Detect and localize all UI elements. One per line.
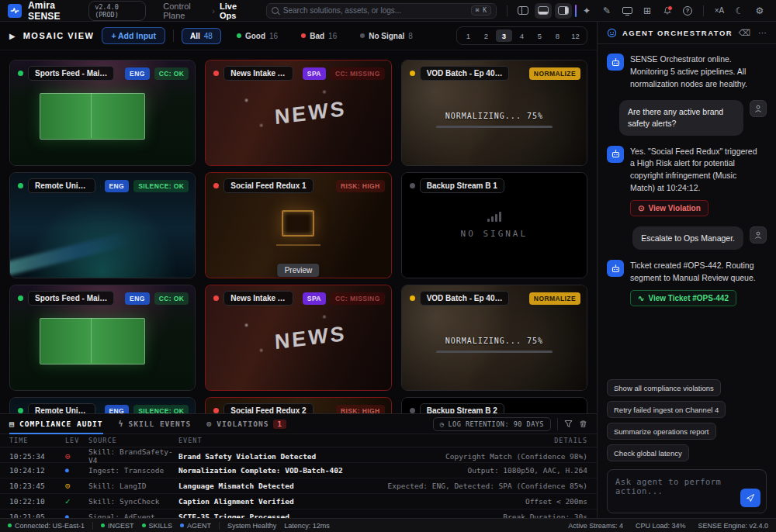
video-tile-vod-2[interactable]: VOD Batch - Ep 40… NORMALIZE NORMALIZING…: [401, 285, 587, 391]
status-bar: Connected: US-East-1 INGEST SKILLS AGENT…: [0, 518, 776, 532]
tile-name: VOD Batch - Ep 40…: [420, 291, 510, 306]
collapse-play-icon[interactable]: ▶: [9, 32, 16, 40]
grid-size-3[interactable]: 3: [496, 29, 512, 42]
filter-funnel-icon[interactable]: [564, 420, 573, 428]
grid-size-8[interactable]: 8: [549, 29, 566, 42]
video-tile-sports-2[interactable]: Sports Feed - Mai… ENG CC: OK: [9, 285, 196, 391]
help-icon[interactable]: ?: [679, 3, 696, 19]
add-input-button[interactable]: + Add Input: [102, 27, 165, 44]
agent-input-box[interactable]: [607, 469, 767, 513]
video-tile-backup-1[interactable]: Backup Stream B 1 NO SIGNAL: [401, 172, 587, 278]
user-avatar: [750, 100, 767, 117]
tab-compliance-audit[interactable]: ▤ COMPLIANCE AUDIT: [9, 414, 103, 434]
filter-good[interactable]: Good 16: [229, 29, 286, 43]
skills-status: SKILLS: [142, 522, 173, 530]
video-tile-vod-1[interactable]: VOD Batch - Ep 40… NORMALIZE NORMALIZING…: [401, 60, 587, 166]
grid-size-12[interactable]: 12: [567, 29, 584, 42]
cpu-load-readout: CPU Load: 34%: [636, 522, 686, 530]
video-tile-social-1[interactable]: Social Feed Redux 1 RISK: HIGH Preview: [205, 172, 391, 278]
video-tile-news-1[interactable]: NEWS News Intake A 1 SPA CC: MISSING: [205, 60, 391, 166]
more-menu-icon[interactable]: ⋯: [758, 28, 767, 38]
ingest-dot-icon: [101, 523, 105, 527]
grid-size-2[interactable]: 2: [478, 29, 494, 42]
bot-message: Ticket created #OPS-442. Routing segment…: [607, 260, 767, 306]
view-ticket-button[interactable]: ∿ View Ticket #OPS-442: [630, 290, 736, 306]
video-tile-sports-1[interactable]: Sports Feed - Mai… ENG CC: OK: [9, 60, 196, 166]
bot-message: SENSE Orchestrator online. Monitoring 5 …: [607, 54, 767, 90]
video-tile-social-2[interactable]: Social Feed Redux 2 RISK: HIGH: [205, 397, 391, 413]
grid-size-4[interactable]: 4: [514, 29, 530, 42]
video-tile-remote-2[interactable]: Remote Unit 4 2 ENG SILENCE: OK: [9, 397, 196, 413]
tile-name: Sports Feed - Mai…: [28, 66, 114, 81]
version-badge: v2.4.0 (PROD): [88, 1, 146, 21]
video-tile-news-2[interactable]: NEWS News Intake A 2 SPA CC: MISSING: [205, 285, 391, 391]
brand-logo-icon: [8, 4, 22, 18]
clear-chat-icon[interactable]: ⌫: [738, 28, 750, 38]
silence-status-badge: SILENCE: OK: [133, 180, 189, 192]
grid-size-5[interactable]: 5: [532, 29, 548, 42]
bot-icon: [607, 28, 617, 38]
signal-bars-icon: [487, 212, 501, 222]
status-dot-bad: [213, 183, 219, 188]
display-icon[interactable]: [618, 3, 636, 19]
filter-all[interactable]: All 48: [182, 28, 221, 44]
global-search[interactable]: ⌘ K: [266, 3, 497, 19]
table-row[interactable]: 10:22:10 ✓ Skill: SyncCheck Caption Alig…: [0, 494, 597, 510]
system-health: System Healthy: [227, 522, 276, 530]
tab-skill-events[interactable]: ϟ SKILL EVENTS: [119, 414, 192, 434]
theme-moon-icon[interactable]: ☾: [731, 3, 748, 19]
tile-name: Social Feed Redux 2: [223, 403, 313, 413]
ai-sparkles-icon[interactable]: ✦: [578, 3, 595, 19]
bot-avatar: [607, 54, 624, 71]
bad-dot-icon: [301, 33, 306, 38]
connected-dot-icon: [8, 523, 12, 527]
chip-show-violations[interactable]: Show all compliance violations: [607, 379, 721, 396]
video-tile-remote-1[interactable]: Remote Unit 4 1 ENG SILENCE: OK: [9, 172, 196, 278]
clock-icon: ◷: [440, 420, 445, 428]
grid-size-1[interactable]: 1: [460, 29, 476, 42]
divider: [219, 522, 220, 530]
edit-icon[interactable]: ✎: [598, 3, 615, 19]
panel-left-icon[interactable]: [514, 3, 532, 19]
view-violation-button[interactable]: ⊙ View Violation: [630, 200, 708, 216]
chip-retry-ingest[interactable]: Retry failed ingest on Channel 4: [607, 401, 726, 418]
risk-badge: RISK: HIGH: [336, 180, 385, 192]
connection-status: Connected: US-East-1: [8, 522, 85, 530]
status-dot-good: [18, 408, 23, 413]
table-row[interactable]: 10:25:34 ⊙ Skill: BrandSafety-V4 Brand S…: [0, 447, 597, 463]
settings-gear-icon[interactable]: ⚙: [751, 3, 768, 19]
chip-summarize-report[interactable]: Summarize operations report: [607, 423, 716, 440]
breadcrumb-separator: ›: [212, 6, 215, 16]
table-row[interactable]: 10:21:05 ● Signal: AdEvent SCTE-35 Trigg…: [0, 510, 597, 518]
activity-icon: ∿: [638, 294, 644, 302]
message-text: Yes. "Social Feed Redux" triggered a Hig…: [630, 146, 760, 195]
risk-badge: RISK: HIGH: [336, 405, 385, 414]
send-button[interactable]: [740, 489, 760, 507]
video-tile-backup-2[interactable]: Backup Stream B 2: [401, 397, 587, 413]
trash-icon[interactable]: [579, 420, 587, 428]
user-avatar: [750, 226, 767, 244]
panel-bottom-icon[interactable]: [535, 3, 552, 19]
apps-grid-icon[interactable]: ⊞: [639, 3, 656, 19]
notifications-bell-icon[interactable]: [659, 3, 676, 19]
silence-status-badge: SILENCE: OK: [133, 405, 189, 414]
ingest-status: INGEST: [101, 522, 134, 530]
breadcrumb-current[interactable]: Live Ops: [220, 2, 251, 20]
filter-no-signal[interactable]: No Signal 8: [352, 29, 421, 43]
tile-name: VOD Batch - Ep 40…: [420, 66, 510, 81]
tab-violations[interactable]: ⊙ VIOLATIONS 1: [206, 414, 286, 434]
table-row[interactable]: 10:23:45 ⊙ Skill: LangID Language Mismat…: [0, 478, 597, 494]
mosaic-view-title: MOSAIC VIEW: [23, 31, 95, 40]
agent-panel-title: AGENT ORCHESTRATOR: [622, 29, 733, 37]
chip-check-latency[interactable]: Check global latency: [607, 444, 689, 461]
audit-table: 10:25:34 ⊙ Skill: BrandSafety-V4 Brand S…: [0, 447, 597, 518]
filter-bad[interactable]: Bad 16: [293, 29, 345, 43]
breadcrumb-parent[interactable]: Control Plane: [163, 2, 207, 20]
ai-accent-bar: [575, 5, 577, 17]
translate-icon[interactable]: ×A: [711, 3, 728, 19]
language-badge: ENG: [125, 67, 150, 80]
panel-right-icon[interactable]: [555, 3, 572, 19]
search-input[interactable]: [283, 6, 466, 15]
table-row[interactable]: 10:24:12 ● Ingest: Transcode Normalizati…: [0, 463, 597, 478]
language-badge: SPA: [303, 67, 326, 80]
